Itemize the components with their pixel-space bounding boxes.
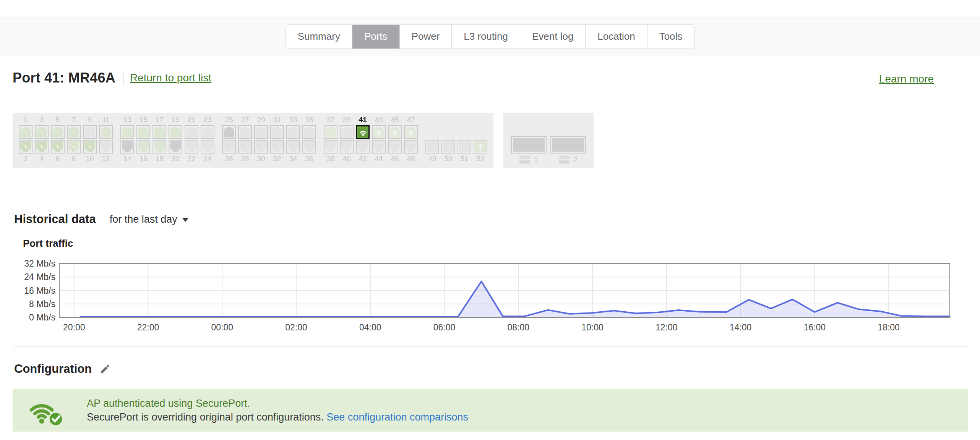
port-16[interactable] (136, 140, 150, 154)
time-range-dropdown[interactable]: for the last day (107, 213, 191, 226)
port-column: 1920 (169, 115, 182, 164)
port-32[interactable] (270, 140, 284, 154)
port-1[interactable] (19, 125, 32, 139)
port-11[interactable] (99, 125, 113, 139)
port-42[interactable] (356, 140, 370, 154)
port-traffic-chart: 32 Mb/s24 Mb/s16 Mb/s8 Mb/s0 Mb/s20:0022… (15, 258, 959, 338)
edit-pencil-icon[interactable] (99, 363, 111, 375)
svg-text:18:00: 18:00 (878, 322, 900, 332)
port-33[interactable] (286, 125, 300, 139)
port-8[interactable] (67, 140, 81, 154)
port-group: 131415161718192021222324 (120, 115, 214, 164)
tab-ports[interactable]: Ports (352, 25, 399, 49)
port-9[interactable] (83, 125, 97, 139)
port-23[interactable] (201, 125, 214, 139)
poe-bolt-icon (54, 128, 62, 136)
port-7[interactable] (67, 125, 81, 139)
port-52[interactable] (474, 140, 487, 154)
port-22[interactable] (185, 140, 198, 154)
port-29[interactable] (254, 125, 268, 139)
port-36[interactable] (302, 140, 316, 154)
port-number-label: 26 (225, 154, 233, 164)
port-51[interactable] (458, 140, 471, 154)
port-number-label: 35 (305, 115, 313, 125)
port-number-label: 42 (359, 154, 367, 164)
port-connector (459, 141, 470, 152)
port-27[interactable] (238, 125, 252, 139)
port-connector (186, 141, 197, 152)
chart-title: Port traffic (23, 238, 73, 249)
port-48[interactable] (404, 140, 418, 154)
stack-port-1[interactable] (511, 136, 547, 154)
port-connector (154, 141, 165, 152)
port-6[interactable] (51, 140, 65, 154)
port-traffic-chart-svg: 32 Mb/s24 Mb/s16 Mb/s8 Mb/s0 Mb/s20:0022… (15, 258, 959, 336)
port-12[interactable] (99, 140, 113, 154)
port-21[interactable] (185, 125, 198, 139)
svg-text:22:00: 22:00 (137, 322, 159, 332)
port-column: 1314 (120, 115, 134, 164)
port-19[interactable] (169, 125, 182, 139)
port-17[interactable] (153, 125, 166, 139)
port-31[interactable] (270, 125, 284, 139)
svg-text:02:00: 02:00 (285, 322, 307, 332)
port-41-selected[interactable] (356, 125, 370, 139)
port-44[interactable] (372, 140, 386, 154)
port-46[interactable] (388, 140, 402, 154)
port-47[interactable] (404, 125, 418, 139)
port-column: 2324 (201, 115, 214, 164)
port-number-label: 36 (305, 154, 313, 164)
port-37[interactable] (324, 125, 337, 139)
tab-location[interactable]: Location (585, 25, 647, 49)
port-43[interactable] (372, 125, 386, 139)
port-30[interactable] (254, 140, 268, 154)
port-column: 3132 (270, 115, 284, 164)
port-26[interactable] (222, 140, 236, 154)
port-45[interactable] (388, 125, 402, 139)
port-24[interactable] (201, 140, 214, 154)
tab-l3-routing[interactable]: L3 routing (451, 25, 520, 49)
wifi-icon (375, 128, 383, 136)
port-38[interactable] (324, 140, 337, 154)
port-5[interactable] (51, 125, 65, 139)
see-configuration-comparisons-link[interactable]: See configuration comparisons (326, 411, 468, 423)
poe-bolt-icon (54, 142, 62, 151)
port-number-label: 49 (428, 154, 436, 164)
port-35[interactable] (302, 125, 316, 139)
port-3[interactable] (35, 125, 49, 139)
tab-event-log[interactable]: Event log (520, 25, 585, 49)
historical-data-title: Historical data (14, 212, 96, 226)
port-18[interactable] (153, 140, 166, 154)
port-connector (406, 141, 416, 152)
port-25[interactable] (222, 125, 236, 139)
port-number-label: 1 (24, 115, 28, 125)
port-column: 4546 (388, 115, 402, 164)
tab-power[interactable]: Power (399, 25, 452, 49)
wifi-icon (359, 128, 367, 137)
port-14[interactable] (120, 140, 134, 154)
port-15[interactable] (136, 125, 150, 139)
port-28[interactable] (238, 140, 252, 154)
return-to-port-list-link[interactable]: Return to port list (130, 72, 211, 84)
port-4[interactable] (35, 140, 49, 154)
page-title: Port 41: MR46A (13, 70, 115, 86)
port-49[interactable] (425, 140, 439, 154)
port-2[interactable] (19, 140, 32, 154)
stack-port-2[interactable] (550, 136, 586, 154)
port-column: 50 (441, 115, 455, 164)
port-20[interactable] (169, 140, 182, 154)
port-number-label: 34 (289, 154, 297, 164)
port-10[interactable] (83, 140, 97, 154)
chevron-down-icon (182, 218, 188, 222)
learn-more-link[interactable]: Learn more (879, 73, 934, 85)
port-34[interactable] (286, 140, 300, 154)
tab-summary[interactable]: Summary (286, 25, 352, 49)
port-number-label: 32 (273, 154, 281, 164)
port-40[interactable] (340, 140, 354, 154)
port-50[interactable] (441, 140, 455, 154)
port-number-label (447, 115, 449, 125)
port-13[interactable] (120, 125, 134, 139)
tab-tools[interactable]: Tools (647, 25, 694, 49)
port-39[interactable] (340, 125, 354, 139)
svg-text:20:00: 20:00 (63, 322, 85, 332)
